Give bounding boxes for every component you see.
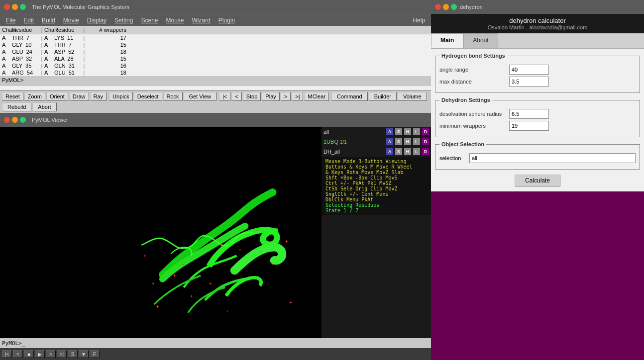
max-distance-input[interactable] [509,77,549,87]
cell-residue1: GLU 24 [12,49,39,55]
command-button[interactable]: Command [331,92,368,101]
tab-about[interactable]: About [463,33,498,48]
transport-stop[interactable]: ■ [24,350,34,358]
viewer-minimize-button[interactable] [12,117,18,123]
rebuild-button[interactable]: Rebuild [2,102,31,111]
obj-1ubq-l[interactable]: L [413,138,420,145]
pymol-title-bar: The PyMOL Molecular Graphics System [0,0,431,14]
transport-down[interactable]: ▼ [79,350,89,358]
menu-build[interactable]: Build [38,16,59,25]
object-list-panel: all A S H L D 1UBQ 1/1 A S H L D DH_all … [322,127,431,338]
obj-all-a[interactable]: A [386,128,393,135]
obj-all-l[interactable]: L [413,128,420,135]
menu-edit[interactable]: Edit [19,16,38,25]
transport-play[interactable]: ▶ [35,350,45,358]
obj-dh-all-s[interactable]: S [395,148,402,155]
transport-next[interactable]: > [46,350,56,358]
table-row: A GLU 24 | A ASP 52 | 18 [0,48,431,55]
minimize-button[interactable] [12,4,18,10]
obj-1ubq-s[interactable]: S [395,138,402,145]
cell-sep2: | [82,56,87,62]
obj-all-h[interactable]: H [404,128,411,135]
svg-text:+: + [156,305,159,310]
stop-button[interactable]: Stop [243,92,261,101]
cell-chain1: A [2,63,12,69]
table-row: A ASP 32 | A ALA 28 | 15 [0,55,431,62]
menu-scene[interactable]: Scene [137,16,162,25]
table-header: Chain Residue | Chain Residue | # wrappe… [0,26,431,34]
sphere-radius-input[interactable] [509,109,549,119]
mclear-button[interactable]: MClear [304,92,328,101]
min-wrappers-input[interactable] [509,121,549,131]
calculate-button[interactable]: Calculate [515,175,560,186]
cell-wrappers: 15 [87,42,126,48]
next-frame-button[interactable]: > [281,92,291,101]
transport-f[interactable]: F [90,350,100,358]
obj-dh-all-d[interactable]: D [422,148,429,155]
obj-all-d[interactable]: D [422,128,429,135]
first-frame-button[interactable]: |< [219,92,230,101]
get-view-button[interactable]: Get View [184,92,216,101]
obj-1ubq-h[interactable]: H [404,138,411,145]
builder-button[interactable]: Builder [369,92,397,101]
prev-frame-button[interactable]: < [231,92,241,101]
last-frame-button[interactable]: >| [292,92,303,101]
pymol-prompt2: PyMOL>_ [2,340,25,347]
deselect-button[interactable]: Deselect [134,92,162,101]
viewer-maximize-button[interactable] [20,117,26,123]
obj-dh-all-l[interactable]: L [413,148,420,155]
maximize-button[interactable] [20,4,26,10]
viewer-close-button[interactable] [4,117,10,123]
obj-1ubq-d[interactable]: D [422,138,429,145]
hydrogen-bond-settings: Hydrogen bond Settings angle range max d… [435,53,640,93]
dehydron-minimize[interactable] [443,4,449,10]
cell-sep1: | [39,70,44,76]
transport-last[interactable]: >| [57,350,67,358]
menu-file[interactable]: File [2,16,19,25]
transport-first[interactable]: |< [2,350,12,358]
cell-wrappers: 18 [87,70,126,76]
selection-row: selection [439,153,636,163]
unpick-button[interactable]: Unpick [109,92,133,101]
pymol-prompt-text: PyMOL> [2,77,23,83]
tab-main[interactable]: Main [431,33,463,48]
transport-prev[interactable]: < [13,350,23,358]
orient-button[interactable]: Orient [46,92,68,101]
cell-residue1: GLY 10 [12,42,39,48]
menu-mouse[interactable]: Mouse [162,16,188,25]
ray-button[interactable]: Ray [90,92,107,101]
svg-text:+: + [260,250,262,255]
volume-button[interactable]: Volume [398,92,427,101]
cell-chain2: A [44,35,54,41]
close-button[interactable] [4,4,10,10]
3d-viewer[interactable]: + + + + + + + + + + + + + + + + + all A … [0,127,431,338]
selection-input[interactable] [469,153,636,163]
dehydron-panel-title: dehydron calculator [434,17,641,24]
rock-button[interactable]: Rock [163,92,183,101]
status-line-6: CtSh Sele Orig Clip MovZ [325,186,427,191]
dehydron-maximize[interactable] [451,4,457,10]
svg-text:+: + [190,294,193,299]
dehydron-calculator-panel: dehydron calculator Osvaldo Martin - alo… [431,14,644,191]
dehydron-close[interactable] [435,4,441,10]
obj-dh-all-h[interactable]: H [404,148,411,155]
obj-all-s[interactable]: S [395,128,402,135]
svg-text:+: + [256,228,258,233]
zoom-button[interactable]: Zoom [24,92,45,101]
menu-movie[interactable]: Movie [59,16,83,25]
abort-button[interactable]: Abort [32,102,56,111]
obj-dh-all-a[interactable]: A [386,148,393,155]
menu-setting[interactable]: Setting [110,16,137,25]
obj-1ubq-a[interactable]: A [386,138,393,145]
menu-wizard[interactable]: Wizard [188,16,215,25]
reset-button[interactable]: Reset [2,92,23,101]
angle-range-input[interactable] [509,65,549,75]
help-button[interactable]: Help [409,16,429,25]
min-wrappers-label: minimum wrappers [439,123,509,129]
menu-plugin[interactable]: Plugin [215,16,239,25]
menu-display[interactable]: Display [83,16,110,25]
transport-s[interactable]: S [68,350,78,358]
angle-range-label: angle range [439,67,509,73]
draw-button[interactable]: Draw [69,92,89,101]
play-button[interactable]: Play [262,92,279,101]
